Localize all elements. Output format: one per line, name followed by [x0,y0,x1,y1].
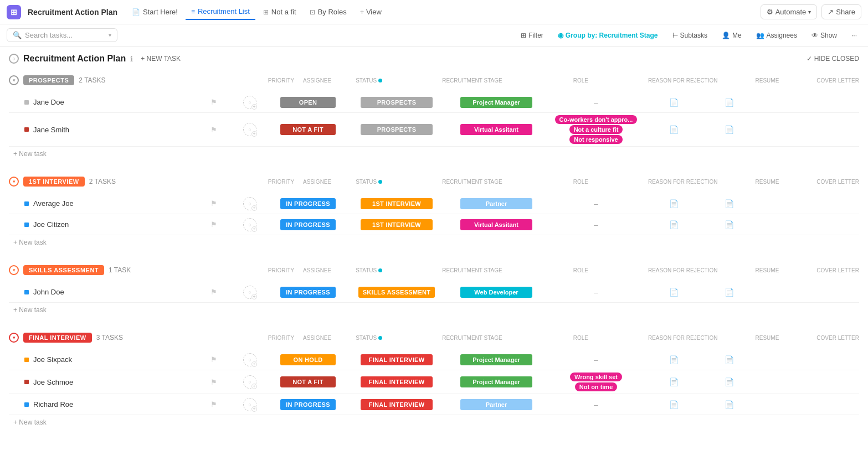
assignee-avatar[interactable]: ○ + [243,286,256,299]
stage-cell[interactable]: PROSPECTS [347,124,446,135]
role-badge[interactable]: Virtual Assitant [460,124,532,135]
assignee-avatar[interactable]: ○ + [243,375,256,389]
new-task-row[interactable]: + New task [9,303,859,317]
assignee-avatar[interactable]: ○ + [243,96,256,109]
assignee-avatar[interactable]: ○ + [243,197,256,210]
status-badge[interactable]: NOT A FIT [280,376,336,387]
add-assignee-icon[interactable]: + [251,294,257,299]
add-assignee-icon[interactable]: + [251,131,257,137]
priority-flag-icon[interactable]: ⚑ [210,378,217,386]
assignee-avatar[interactable]: ○ + [243,218,256,231]
resume-doc-icon[interactable]: 📄 [669,220,679,229]
cover-doc-icon[interactable]: 📄 [725,98,734,107]
role-badge[interactable]: Project Manager [460,97,532,108]
assignees-button[interactable]: 👥 Assignees [752,29,802,42]
status-cell[interactable]: IN PROGRESS [269,198,347,209]
role-badge[interactable]: Web Developer [460,287,532,298]
priority-flag-icon[interactable]: ⚑ [210,199,217,208]
stage-badge[interactable]: PROSPECTS [361,124,433,135]
cover-doc-icon[interactable]: 📄 [725,125,734,134]
stage-badge[interactable]: SKILLS ASSESSMENT [358,287,435,298]
status-badge[interactable]: ON HOLD [280,354,336,365]
role-badge[interactable]: Project Manager [460,354,532,365]
status-cell[interactable]: IN PROGRESS [269,219,347,230]
cover-doc-icon[interactable]: 📄 [725,400,734,409]
role-badge[interactable]: Project Manager [460,376,532,387]
resume-doc-icon[interactable]: 📄 [669,400,679,409]
stage-badge[interactable]: FINAL INTERVIEW [361,399,433,410]
stage-cell[interactable]: 1ST INTERVIEW [347,219,446,230]
status-cell[interactable]: OPEN [269,97,347,108]
stage-cell[interactable]: FINAL INTERVIEW [347,354,446,365]
status-cell[interactable]: IN PROGRESS [269,287,347,298]
priority-flag-icon[interactable]: ⚑ [210,288,217,296]
status-cell[interactable]: ON HOLD [269,354,347,365]
cover-doc-icon[interactable]: 📄 [725,220,734,229]
status-cell[interactable]: NOT A FIT [269,124,347,135]
priority-flag-icon[interactable]: ⚑ [210,126,217,134]
priority-flag-icon[interactable]: ⚑ [210,98,217,106]
cover-doc-icon[interactable]: 📄 [725,199,734,208]
resume-doc-icon[interactable]: 📄 [669,355,679,364]
role-cell[interactable]: Partner [446,198,546,209]
stage-badge[interactable]: FINAL INTERVIEW [361,354,433,365]
more-button[interactable]: ··· [847,29,861,42]
tab-start-here[interactable]: 📄 Start Here! [126,4,183,19]
status-badge[interactable]: IN PROGRESS [280,198,336,209]
hide-closed-button[interactable]: ✓ HIDE CLOSED [807,55,859,63]
resume-doc-icon[interactable]: 📄 [669,98,679,107]
role-cell[interactable]: Virtual Assitant [446,124,546,135]
status-cell[interactable]: NOT A FIT [269,376,347,387]
resume-doc-icon[interactable]: 📄 [669,377,679,386]
resume-doc-icon[interactable]: 📄 [669,199,679,208]
cover-doc-icon[interactable]: 📄 [725,288,734,297]
priority-flag-icon[interactable]: ⚑ [210,355,217,364]
section-toggle-final-interview[interactable]: ▾ [9,333,19,343]
tab-by-roles[interactable]: ⊡ By Roles [304,4,352,19]
section-toggle-prospects[interactable]: ▾ [9,75,19,85]
resume-doc-icon[interactable]: 📄 [669,125,679,134]
new-task-row[interactable]: + New task [9,147,859,161]
stage-cell[interactable]: FINAL INTERVIEW [347,399,446,410]
new-task-row[interactable]: + New task [9,415,859,430]
new-task-row[interactable]: + New task [9,235,859,250]
priority-flag-icon[interactable]: ⚑ [210,220,217,229]
search-box[interactable]: 🔍 Search tasks... ▾ [7,28,117,42]
status-badge[interactable]: IN PROGRESS [280,219,336,230]
add-assignee-icon[interactable]: + [251,384,257,389]
stage-badge[interactable]: PROSPECTS [361,97,433,108]
role-cell[interactable]: Project Manager [446,97,546,108]
add-assignee-icon[interactable]: + [251,361,257,367]
section-toggle-1st-interview[interactable]: ▾ [9,177,19,187]
share-button[interactable]: ↗ Share [821,4,861,19]
assignee-avatar[interactable]: ○ + [243,398,256,411]
role-cell[interactable]: Partner [446,399,546,410]
tab-not-a-fit[interactable]: ⊞ Not a fit [258,4,302,19]
filter-button[interactable]: ⊞ Filter [516,29,548,42]
me-button[interactable]: 👤 Me [717,29,746,42]
stage-badge[interactable]: 1ST INTERVIEW [361,219,433,230]
status-badge[interactable]: NOT A FIT [280,124,336,135]
stage-cell[interactable]: PROSPECTS [347,97,446,108]
search-input[interactable]: Search tasks... [25,31,105,39]
role-cell[interactable]: Virtual Assitant [446,219,546,230]
cover-doc-icon[interactable]: 📄 [725,377,734,386]
role-cell[interactable]: Web Developer [446,287,546,298]
section-toggle-skills-assessment[interactable]: ▾ [9,265,19,275]
show-button[interactable]: 👁 Show [807,29,841,42]
assignee-avatar[interactable]: ○ + [243,123,256,136]
stage-badge[interactable]: FINAL INTERVIEW [361,376,433,387]
subtasks-button[interactable]: ⊢ Subtasks [668,29,712,42]
priority-flag-icon[interactable]: ⚑ [210,400,217,408]
role-cell[interactable]: Project Manager [446,354,546,365]
add-assignee-icon[interactable]: + [251,406,257,412]
role-cell[interactable]: Project Manager [446,376,546,387]
role-badge[interactable]: Partner [460,198,532,209]
status-badge[interactable]: OPEN [280,97,336,108]
group-by-button[interactable]: ◉ Group by: Recruitment Stage [553,29,662,42]
status-cell[interactable]: IN PROGRESS [269,399,347,410]
assignee-avatar[interactable]: ○ + [243,353,256,366]
status-badge[interactable]: IN PROGRESS [280,287,336,298]
resume-doc-icon[interactable]: 📄 [669,288,679,297]
add-assignee-icon[interactable]: + [251,226,257,232]
